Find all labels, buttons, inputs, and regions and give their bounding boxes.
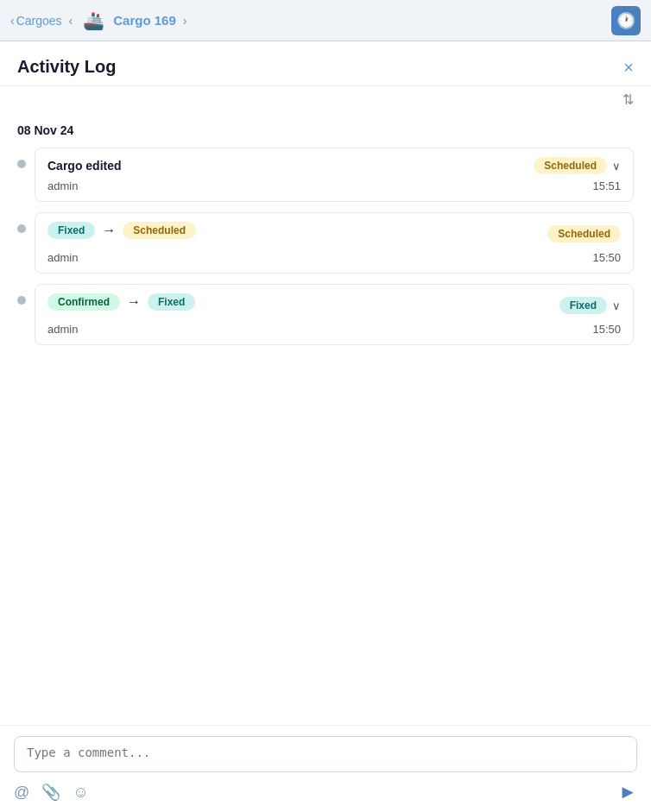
to-badge-3: Fixed xyxy=(148,293,195,311)
activity-title-1: Cargo edited xyxy=(47,159,122,173)
top-nav: ‹ Cargoes ‹ 🚢 Cargo 169 › 🕐 xyxy=(0,0,651,41)
back-link[interactable]: ‹ Cargoes xyxy=(10,14,62,28)
card-bottom-row-2: admin 15:50 xyxy=(47,251,621,264)
nav-arrow-left: ‹ xyxy=(67,14,75,28)
date-section: 08 Nov 24 Cargo edited Scheduled ∨ admin… xyxy=(17,123,634,345)
sort-bar: ⇅ xyxy=(0,86,651,110)
card-badges-1: Scheduled ∨ xyxy=(534,157,621,174)
card-time-1: 15:51 xyxy=(592,179,621,192)
from-badge-3: Confirmed xyxy=(47,293,120,311)
send-button[interactable]: ► xyxy=(618,781,637,803)
sort-icon[interactable]: ⇅ xyxy=(623,91,634,108)
status-badge-3[interactable]: Fixed xyxy=(559,297,607,314)
card-badges-3: Fixed ∨ xyxy=(559,297,621,314)
activity-log-panel: Activity Log × ⇅ 08 Nov 24 Cargo edited … xyxy=(0,41,651,812)
status-badge-2[interactable]: Scheduled xyxy=(547,225,621,242)
panel-title: Activity Log xyxy=(17,57,116,77)
card-bottom-row-1: admin 15:51 xyxy=(47,179,621,192)
date-label: 08 Nov 24 xyxy=(17,123,634,137)
emoji-icon[interactable]: ☺ xyxy=(73,784,88,802)
card-top-row-3: Confirmed → Fixed Fixed ∨ xyxy=(47,293,621,318)
arrow-icon-3: → xyxy=(127,294,141,310)
comment-section: @ 📎 ☺ ► xyxy=(0,725,651,812)
status-transition-2: Fixed → Scheduled xyxy=(47,222,196,239)
chevron-down-icon-1[interactable]: ∨ xyxy=(612,160,621,173)
activity-card-3: Confirmed → Fixed Fixed ∨ admin 15:50 xyxy=(35,284,634,345)
at-mention-icon[interactable]: @ xyxy=(14,784,29,802)
card-top-row-1: Cargo edited Scheduled ∨ xyxy=(47,157,621,174)
arrow-icon-2: → xyxy=(102,223,116,238)
chevron-down-icon-3[interactable]: ∨ xyxy=(612,299,621,312)
activity-card-2: Fixed → Scheduled Scheduled admin 15:50 xyxy=(35,212,634,274)
comment-input[interactable] xyxy=(27,746,624,759)
card-badges-2: Scheduled xyxy=(547,225,621,242)
comment-actions: @ 📎 ☺ ► xyxy=(14,781,637,803)
clock-button[interactable]: 🕐 xyxy=(611,6,641,35)
activity-dot-3 xyxy=(17,296,26,305)
status-badge-1[interactable]: Scheduled xyxy=(534,157,607,174)
card-bottom-row-3: admin 15:50 xyxy=(47,323,621,336)
close-button[interactable]: × xyxy=(623,59,634,76)
activity-item-2: Fixed → Scheduled Scheduled admin 15:50 xyxy=(17,212,634,274)
status-transition-3: Confirmed → Fixed xyxy=(47,293,195,311)
back-label[interactable]: Cargoes xyxy=(16,14,62,28)
panel-header: Activity Log × xyxy=(0,41,651,86)
from-badge-2: Fixed xyxy=(47,222,95,239)
to-badge-2: Scheduled xyxy=(123,222,196,239)
card-top-row-2: Fixed → Scheduled Scheduled xyxy=(47,222,621,246)
clock-icon: 🕐 xyxy=(616,11,635,30)
activity-card-1: Cargo edited Scheduled ∨ admin 15:51 xyxy=(35,148,634,202)
attach-icon[interactable]: 📎 xyxy=(41,783,60,802)
card-user-3: admin xyxy=(47,323,78,336)
activity-item-3: Confirmed → Fixed Fixed ∨ admin 15:50 xyxy=(17,284,634,345)
ship-icon: 🚢 xyxy=(83,10,104,31)
card-time-2: 15:50 xyxy=(592,251,621,264)
back-chevron-icon: ‹ xyxy=(10,14,15,28)
card-user-2: admin xyxy=(47,251,78,264)
nav-cargo-label: Cargo 169 xyxy=(113,13,176,28)
activity-dot-1 xyxy=(17,160,26,168)
card-user-1: admin xyxy=(47,179,78,192)
nav-arrow-right: › xyxy=(181,14,189,28)
panel-body: 08 Nov 24 Cargo edited Scheduled ∨ admin… xyxy=(0,110,651,725)
card-time-3: 15:50 xyxy=(592,323,621,336)
activity-dot-2 xyxy=(17,224,26,233)
comment-input-wrap xyxy=(14,736,637,772)
activity-item-1: Cargo edited Scheduled ∨ admin 15:51 xyxy=(17,148,634,202)
